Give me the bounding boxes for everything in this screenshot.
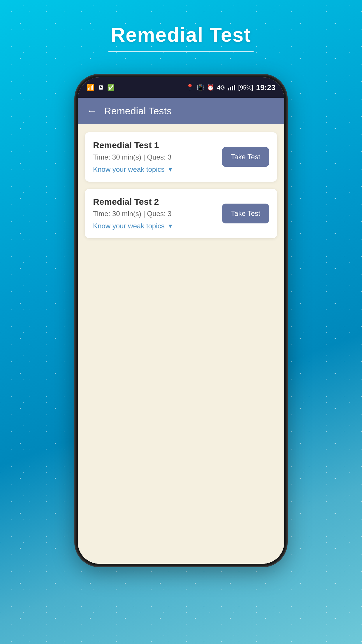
phone-inner: 📶 🖥 ✅ 📍 📳 ⏰ 4G: [78, 77, 284, 564]
status-left: 📶 🖥 ✅: [87, 84, 115, 91]
alarm-icon: ⏰: [207, 84, 214, 91]
know-weak-topics-1[interactable]: Know your weak topics ▼: [93, 165, 222, 174]
test-card-2-meta: Time: 30 min(s) | Ques: 3: [93, 210, 222, 218]
location-icon: 📍: [186, 84, 194, 91]
vibrate-icon: 📳: [197, 84, 204, 91]
status-right: 📍 📳 ⏰ 4G [95%] 19:23: [186, 83, 275, 92]
take-test-button-2[interactable]: Take Test: [222, 204, 269, 223]
network-type: 4G: [217, 84, 225, 91]
test-card-2: Remedial Test 2 Time: 30 min(s) | Ques: …: [85, 189, 277, 238]
phone-layout: 📶 🖥 ✅ 📍 📳 ⏰ 4G: [78, 77, 284, 564]
dropdown-arrow-2: ▼: [167, 223, 173, 230]
test-card-1-left: Remedial Test 1 Time: 30 min(s) | Ques: …: [93, 140, 222, 174]
back-button[interactable]: ←: [87, 105, 97, 117]
wifi-icon: 📶: [87, 84, 94, 91]
signal-bar-1: [228, 88, 229, 90]
test-card-1: Remedial Test 1 Time: 30 min(s) | Ques: …: [85, 132, 277, 182]
test-card-1-title: Remedial Test 1: [93, 140, 222, 150]
battery-icon: [95%]: [238, 84, 253, 91]
test-card-2-title: Remedial Test 2: [93, 197, 222, 207]
test-card-2-left: Remedial Test 2 Time: 30 min(s) | Ques: …: [93, 197, 222, 230]
app-content: Remedial Test 1 Time: 30 min(s) | Ques: …: [78, 124, 284, 564]
test-card-1-meta: Time: 30 min(s) | Ques: 3: [93, 153, 222, 161]
know-weak-topics-2-label: Know your weak topics: [93, 222, 164, 230]
page-title: Remedial Test: [108, 23, 254, 46]
status-bar: 📶 🖥 ✅ 📍 📳 ⏰ 4G: [78, 77, 284, 98]
know-weak-topics-1-label: Know your weak topics: [93, 165, 164, 174]
signal-bar-3: [232, 86, 233, 90]
signal-bars: [228, 85, 235, 90]
title-underline: [108, 51, 254, 52]
header-title: Remedial Tests: [104, 105, 172, 117]
phone-frame: 📶 🖥 ✅ 📍 📳 ⏰ 4G: [76, 76, 286, 566]
signal-bar-2: [230, 87, 231, 90]
notification-icon: 🖥: [98, 84, 104, 91]
status-time: 19:23: [256, 83, 276, 92]
app-header: ← Remedial Tests: [78, 98, 284, 124]
signal-bar-4: [234, 85, 235, 90]
know-weak-topics-2[interactable]: Know your weak topics ▼: [93, 222, 222, 230]
dropdown-arrow-1: ▼: [167, 166, 173, 173]
take-test-button-1[interactable]: Take Test: [222, 147, 269, 167]
battery-percent: 95%: [240, 84, 252, 91]
check-icon: ✅: [107, 84, 115, 91]
page-title-section: Remedial Test: [108, 23, 254, 52]
